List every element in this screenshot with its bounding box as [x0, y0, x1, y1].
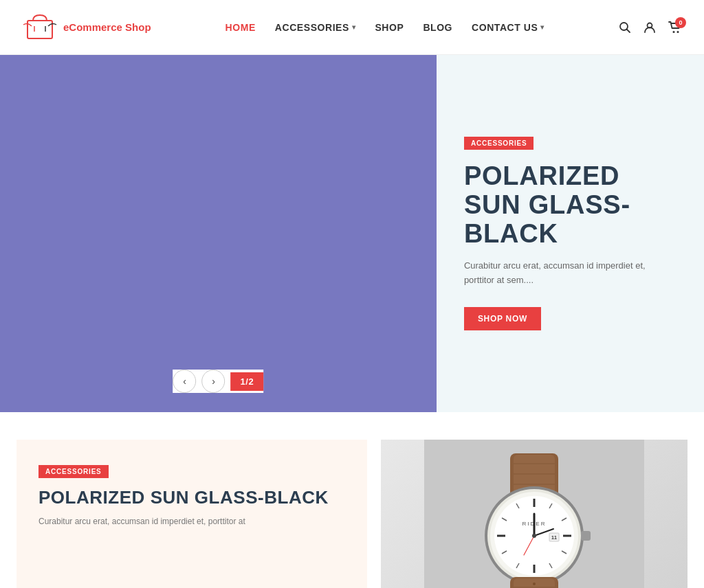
header-icons: 0: [619, 21, 682, 34]
svg-rect-11: [156, 185, 187, 206]
svg-point-6: [673, 31, 675, 33]
svg-point-49: [532, 534, 536, 538]
product-card-title: POLARIZED SUN GLASS-BLACK: [38, 488, 345, 508]
nav-item-contact[interactable]: CONTACT US ▾: [472, 22, 544, 33]
search-icon: [619, 21, 631, 34]
hero-image: ‹ › 1/2: [0, 55, 437, 412]
watch-image: RIDER 11: [381, 440, 688, 588]
search-button[interactable]: [619, 21, 631, 34]
main-nav: HOME ACCESSORIES ▾ SHOP BLOG CONTACT US …: [226, 22, 544, 33]
chevron-down-icon-2: ▾: [540, 23, 544, 31]
slider-next-button[interactable]: ›: [202, 370, 226, 393]
svg-line-14: [146, 192, 156, 196]
svg-point-9: [135, 103, 245, 227]
account-button[interactable]: [644, 21, 656, 34]
logo-text: eCommerce Shop: [63, 21, 151, 34]
svg-rect-16: [175, 244, 206, 278]
svg-line-15: [225, 192, 235, 196]
hero-category-badge: ACCESSORIES: [464, 137, 534, 150]
svg-point-56: [533, 583, 536, 585]
logo[interactable]: eCommerce Shop: [22, 11, 151, 44]
nav-item-blog[interactable]: BLOG: [423, 22, 452, 33]
product-card-sunglasses: ACCESSORIES POLARIZED SUN GLASS-BLACK Cu…: [16, 440, 367, 588]
product-card-watch: RIDER 11: [381, 440, 688, 588]
svg-rect-8: [0, 55, 437, 412]
svg-line-4: [627, 29, 630, 32]
svg-point-7: [677, 31, 679, 33]
hero-content: ACCESSORIES POLARIZED SUN GLASS-BLACK Cu…: [437, 55, 704, 412]
svg-rect-0: [28, 21, 52, 38]
svg-rect-30: [581, 531, 591, 541]
svg-rect-12: [194, 185, 225, 206]
hero-title: POLARIZED SUN GLASS-BLACK: [464, 162, 676, 248]
hero-description: Curabitur arcu erat, accumsan id imperdi…: [464, 259, 676, 288]
svg-text:11: 11: [551, 535, 557, 540]
chevron-down-icon: ▾: [352, 23, 356, 31]
hero-bg: [0, 55, 437, 412]
slider-controls: ‹ › 1/2: [173, 370, 264, 393]
nav-item-home[interactable]: HOME: [226, 22, 256, 33]
nav-item-accessories[interactable]: ACCESSORIES ▾: [275, 22, 356, 33]
svg-point-18: [211, 323, 218, 330]
watch-svg: RIDER 11: [424, 440, 644, 588]
site-header: eCommerce Shop HOME ACCESSORIES ▾ SHOP B…: [0, 0, 704, 55]
cart-button[interactable]: 0: [668, 21, 682, 34]
shop-now-button[interactable]: SHOP NOW: [464, 307, 541, 330]
hero-section: ‹ › 1/2 ACCESSORIES POLARIZED SUN GLASS-…: [0, 55, 704, 412]
nav-item-shop[interactable]: SHOP: [375, 22, 404, 33]
hero-illustration: [0, 55, 437, 412]
slider-prev-button[interactable]: ‹: [173, 370, 197, 393]
account-icon: [644, 21, 656, 34]
logo-icon: [22, 11, 58, 44]
cart-badge: 0: [675, 17, 686, 28]
products-section: ACCESSORIES POLARIZED SUN GLASS-BLACK Cu…: [0, 412, 704, 588]
product-card-category-badge: ACCESSORIES: [38, 465, 109, 478]
slider-counter: 1/2: [231, 372, 264, 391]
svg-point-10: [146, 137, 235, 247]
product-card-description: Curabitur arcu erat, accumsan id imperdi…: [38, 515, 345, 528]
svg-point-17: [197, 313, 225, 333]
